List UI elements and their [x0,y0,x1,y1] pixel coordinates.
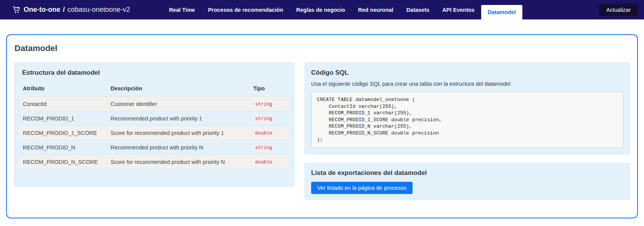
column-header-descripcion: Descripción [107,80,249,97]
type-badge: string [253,101,274,108]
view-processes-button[interactable]: Ver listado en la página de procesos [311,182,413,194]
sql-panel-subtitle: Usa el siguiente código SQL para crear u… [311,81,623,87]
type-badge: double [253,159,274,166]
attribute-cell: RECOM_PRODID_N [19,140,107,155]
type-badge: string [253,115,274,122]
cart-plus-icon [13,6,21,13]
table-row: RECOM_PRODID_1_SCOREScore for recommende… [19,126,289,140]
column-header-atributo: Atributo [19,80,107,97]
attribute-cell: RECOM_PRODID_N_SCORE [19,155,107,169]
attribute-cell: ContactId [19,97,107,111]
datamodel-table: Atributo Descripción Tipo ContactIdCusto… [19,80,289,169]
description-cell: Score for recommended product with prior… [107,126,249,140]
type-cell: double [249,126,289,140]
type-badge: string [253,144,274,151]
table-header-row: Atributo Descripción Tipo [19,80,289,97]
table-row: RECOM_PRODID_NRecommended product with p… [19,140,289,155]
project-name: cobasu-onetoone-v2 [67,6,130,14]
sql-panel: Código SQL Usa el siguiente código SQL p… [304,62,630,155]
attribute-cell: RECOM_PRODID_1_SCORE [19,126,107,140]
nav-item-real-time[interactable]: Real Time [169,0,195,19]
table-row: RECOM_PRODID_1Recommended product with p… [19,111,289,126]
type-cell: string [249,111,289,126]
type-badge: double [253,130,274,137]
nav-item-datasets[interactable]: Datasets [406,0,429,19]
breadcrumb-separator: / [63,6,65,14]
top-navigation-bar: One-to-one / cobasu-onetoone-v2 Real Tim… [0,0,644,19]
breadcrumb: One-to-one / cobasu-onetoone-v2 [13,6,130,14]
nav-item-datamodel[interactable]: Datamodel [481,5,522,19]
app-title: One-to-one [24,6,60,14]
sql-code-block: CREATE TABLE datamodel_onetoone ( Contac… [311,92,623,148]
structure-panel-title: Estructura del datamodel [22,69,289,77]
column-header-tipo: Tipo [249,80,289,97]
exports-panel: Lista de exportaciones del datamodel Ver… [304,163,630,200]
description-cell: Recommended product with priority N [107,140,249,155]
page-title: Datamodel [14,43,630,53]
description-cell: Recommended product with priority 1 [107,111,249,126]
description-cell: Customer identifier [107,97,249,111]
nav-item-red-neuronal[interactable]: Red neuronal [358,0,393,19]
datamodel-table-body: ContactIdCustomer identifierstringRECOM_… [19,97,289,169]
type-cell: double [249,155,289,169]
structure-panel: Estructura del datamodel Atributo Descri… [14,62,295,187]
table-row: ContactIdCustomer identifierstring [19,97,289,111]
update-button[interactable]: Actualizar [599,4,638,16]
type-cell: string [249,140,289,155]
sql-panel-title: Código SQL [311,69,623,77]
type-cell: string [249,97,289,111]
right-column: Código SQL Usa el siguiente código SQL p… [304,62,630,200]
nav-item-api-eventos[interactable]: API Eventos [442,0,475,19]
exports-panel-title: Lista de exportaciones del datamodel [311,169,623,177]
nav-item-reglas-de-negocio[interactable]: Reglas de negocio [296,0,345,19]
nav-item-procesos-de-recomendaci-n[interactable]: Procesos de recomendación [208,0,283,19]
table-row: RECOM_PRODID_N_SCOREScore for recommende… [19,155,289,169]
attribute-cell: RECOM_PRODID_1 [19,111,107,126]
description-cell: Score for recommended product with prior… [107,155,249,169]
main-nav: Real TimeProcesos de recomendaciónReglas… [162,0,522,19]
datamodel-page-container: Datamodel Estructura del datamodel Atrib… [6,34,638,218]
